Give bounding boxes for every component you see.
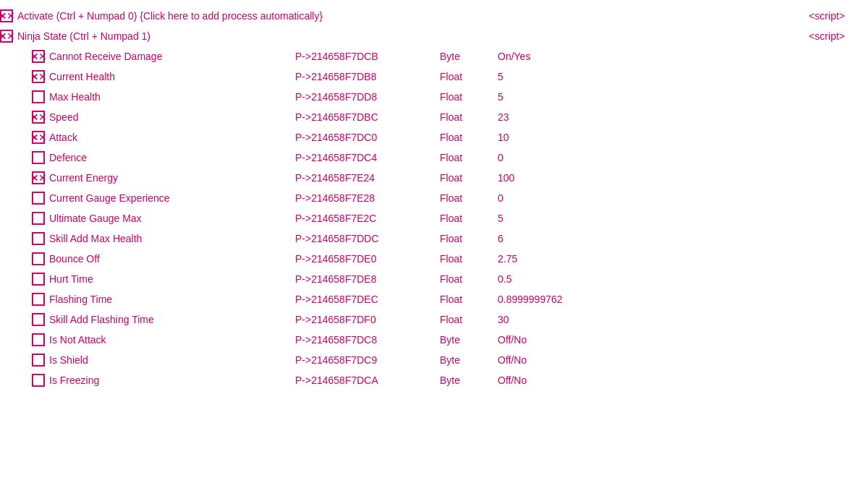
checkbox-attack[interactable]: ✕ — [32, 131, 45, 144]
activate-row[interactable]: ✕ Activate (Ctrl + Numpad 0) {Click here… — [0, 6, 868, 26]
activate-checkbox[interactable]: ✕ — [0, 9, 13, 22]
checkbox-skill-add-flashing[interactable] — [32, 313, 45, 326]
row-defence[interactable]: Defence P->214658F7DC4 Float 0 — [0, 147, 868, 168]
row-is-not-attack[interactable]: Is Not Attack P->214658F7DC8 Byte Off/No — [0, 330, 868, 350]
address-cannot-receive-damage: P->214658F7DCB — [295, 51, 440, 62]
type-flashing-time: Float — [440, 294, 498, 305]
row-flashing-time[interactable]: Flashing Time P->214658F7DEC Float 0.899… — [0, 289, 868, 309]
value-hurt-time: 0.5 — [498, 273, 868, 285]
value-current-gauge-exp: 0 — [498, 192, 868, 204]
row-skill-add-max-health[interactable]: Skill Add Max Health P->214658F7DDC Floa… — [0, 228, 868, 249]
checkbox-is-shield[interactable] — [32, 354, 45, 367]
checkbox-max-health[interactable] — [32, 90, 45, 103]
value-is-not-attack: Off/No — [498, 334, 868, 346]
label-flashing-time: Flashing Time — [49, 294, 295, 305]
main-container: ✕ Activate (Ctrl + Numpad 0) {Click here… — [0, 0, 868, 396]
row-attack[interactable]: ✕ Attack P->214658F7DC0 Float 10 — [0, 127, 868, 147]
value-defence: 0 — [498, 152, 868, 163]
address-bounce-off: P->214658F7DE0 — [295, 253, 440, 265]
address-skill-add-flashing: P->214658F7DF0 — [295, 314, 440, 325]
checkbox-ultimate-gauge-max[interactable] — [32, 212, 45, 225]
checkbox-is-freezing[interactable] — [32, 374, 45, 387]
type-cannot-receive-damage: Byte — [440, 51, 498, 62]
address-speed: P->214658F7DBC — [295, 111, 440, 123]
label-skill-add-flashing: Skill Add Flashing Time — [49, 314, 295, 325]
checkbox-is-not-attack[interactable] — [32, 333, 45, 346]
checkbox-bounce-off[interactable] — [32, 252, 45, 265]
label-attack: Attack — [49, 132, 295, 143]
activate-label: Activate (Ctrl + Numpad 0) {Click here t… — [17, 10, 323, 22]
row-is-freezing[interactable]: Is Freezing P->214658F7DCA Byte Off/No — [0, 370, 868, 390]
value-is-shield: Off/No — [498, 354, 868, 366]
row-max-health[interactable]: Max Health P->214658F7DD8 Float 5 — [0, 87, 868, 107]
label-current-energy: Current Energy — [49, 172, 295, 184]
ninja-script: <script> — [809, 30, 856, 42]
label-hurt-time: Hurt Time — [49, 273, 295, 285]
ninja-state-checkbox[interactable]: ✕ — [0, 30, 13, 43]
row-current-gauge-exp[interactable]: Current Gauge Experience P->214658F7E28 … — [0, 188, 868, 208]
row-bounce-off[interactable]: Bounce Off P->214658F7DE0 Float 2.75 — [0, 249, 868, 269]
label-speed: Speed — [49, 111, 295, 123]
address-is-not-attack: P->214658F7DC8 — [295, 334, 440, 346]
checkbox-defence[interactable] — [32, 151, 45, 164]
ninja-state-row[interactable]: ✕ Ninja State (Ctrl + Numpad 1) <script> — [0, 26, 868, 46]
type-current-energy: Float — [440, 172, 498, 184]
value-attack: 10 — [498, 132, 868, 143]
label-is-freezing: Is Freezing — [49, 374, 295, 386]
type-is-shield: Byte — [440, 354, 498, 366]
row-speed[interactable]: ✕ Speed P->214658F7DBC Float 23 — [0, 107, 868, 127]
address-current-gauge-exp: P->214658F7E28 — [295, 192, 440, 204]
checkbox-hurt-time[interactable] — [32, 273, 45, 286]
label-ultimate-gauge-max: Ultimate Gauge Max — [49, 213, 295, 224]
value-is-freezing: Off/No — [498, 374, 868, 386]
type-skill-add-flashing: Float — [440, 314, 498, 325]
type-defence: Float — [440, 152, 498, 163]
type-ultimate-gauge-max: Float — [440, 213, 498, 224]
row-is-shield[interactable]: Is Shield P->214658F7DC9 Byte Off/No — [0, 350, 868, 370]
ninja-state-label: Ninja State (Ctrl + Numpad 1) — [17, 30, 150, 42]
checkbox-current-gauge-exp[interactable] — [32, 192, 45, 205]
type-speed: Float — [440, 111, 498, 123]
label-max-health: Max Health — [49, 91, 295, 103]
type-hurt-time: Float — [440, 273, 498, 285]
value-bounce-off: 2.75 — [498, 253, 868, 265]
label-defence: Defence — [49, 152, 295, 163]
checkbox-cannot-receive-damage[interactable]: ✕ — [32, 50, 45, 63]
checkbox-current-health[interactable]: ✕ — [32, 70, 45, 83]
type-skill-add-max-health: Float — [440, 233, 498, 244]
address-is-freezing: P->214658F7DCA — [295, 374, 440, 386]
type-attack: Float — [440, 132, 498, 143]
checkbox-current-energy[interactable]: ✕ — [32, 171, 45, 184]
activate-script: <script> — [809, 10, 856, 22]
rows-container: ✕ Cannot Receive Damage P->214658F7DCB B… — [0, 46, 868, 390]
value-cannot-receive-damage: On/Yes — [498, 51, 868, 62]
address-hurt-time: P->214658F7DE8 — [295, 273, 440, 285]
value-ultimate-gauge-max: 5 — [498, 213, 868, 224]
row-skill-add-flashing[interactable]: Skill Add Flashing Time P->214658F7DF0 F… — [0, 309, 868, 330]
value-skill-add-max-health: 6 — [498, 233, 868, 244]
address-is-shield: P->214658F7DC9 — [295, 354, 440, 366]
row-hurt-time[interactable]: Hurt Time P->214658F7DE8 Float 0.5 — [0, 269, 868, 289]
type-is-freezing: Byte — [440, 374, 498, 386]
value-flashing-time: 0.8999999762 — [498, 294, 868, 305]
row-cannot-receive-damage[interactable]: ✕ Cannot Receive Damage P->214658F7DCB B… — [0, 46, 868, 67]
address-current-health: P->214658F7DB8 — [295, 71, 440, 82]
value-speed: 23 — [498, 111, 868, 123]
row-current-energy[interactable]: ✕ Current Energy P->214658F7E24 Float 10… — [0, 168, 868, 188]
checkbox-speed[interactable]: ✕ — [32, 111, 45, 124]
row-ultimate-gauge-max[interactable]: Ultimate Gauge Max P->214658F7E2C Float … — [0, 208, 868, 228]
row-current-health[interactable]: ✕ Current Health P->214658F7DB8 Float 5 — [0, 67, 868, 87]
label-current-health: Current Health — [49, 71, 295, 82]
address-attack: P->214658F7DC0 — [295, 132, 440, 143]
type-current-gauge-exp: Float — [440, 192, 498, 204]
checkbox-flashing-time[interactable] — [32, 293, 45, 306]
address-defence: P->214658F7DC4 — [295, 152, 440, 163]
value-current-health: 5 — [498, 71, 868, 82]
address-current-energy: P->214658F7E24 — [295, 172, 440, 184]
address-ultimate-gauge-max: P->214658F7E2C — [295, 213, 440, 224]
address-flashing-time: P->214658F7DEC — [295, 294, 440, 305]
type-current-health: Float — [440, 71, 498, 82]
type-is-not-attack: Byte — [440, 334, 498, 346]
checkbox-skill-add-max-health[interactable] — [32, 232, 45, 245]
address-max-health: P->214658F7DD8 — [295, 91, 440, 103]
